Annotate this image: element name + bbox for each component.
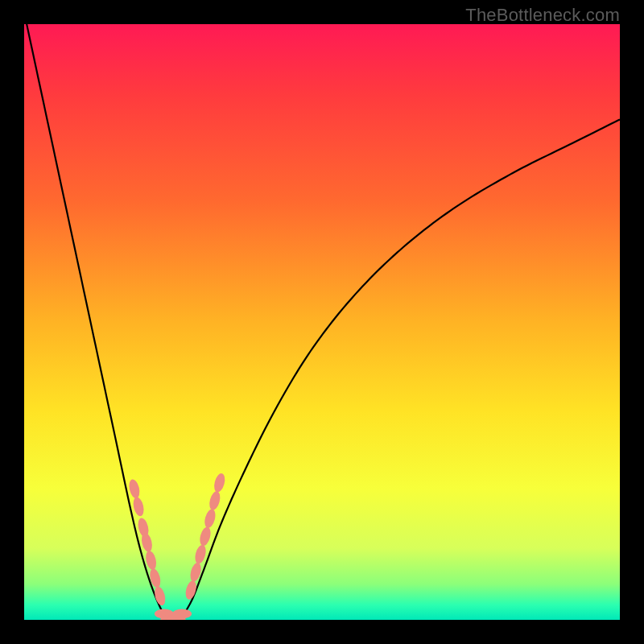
bottleneck-curve [24, 24, 620, 620]
curve-marker [148, 568, 162, 588]
chart-svg [24, 24, 620, 620]
curve-marker [208, 490, 222, 511]
curve-marker [132, 496, 146, 517]
curve-marker [213, 473, 227, 493]
watermark-text: TheBottleneck.com [465, 5, 620, 26]
plot-area [24, 24, 620, 620]
curve-marker [193, 543, 208, 564]
curve-marker [127, 478, 141, 499]
curve-marker [203, 508, 217, 529]
outer-frame: TheBottleneck.com [0, 0, 644, 644]
curve-marker [198, 526, 213, 547]
curve-marker [172, 609, 192, 619]
